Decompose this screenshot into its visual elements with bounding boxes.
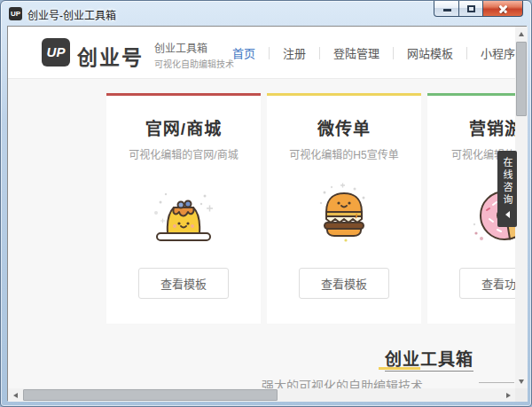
arrow-left-icon xyxy=(505,211,510,218)
nav-item-miniprogram-templates[interactable]: 小程序模板 xyxy=(467,41,515,65)
horizontal-scroll-thumb[interactable] xyxy=(23,389,278,401)
card-title: 微传单 xyxy=(267,115,421,139)
nav-item-site-templates[interactable]: 网站模板 xyxy=(394,41,466,65)
scroll-up-button[interactable] xyxy=(515,27,528,41)
close-icon xyxy=(498,4,508,14)
scroll-right-button[interactable] xyxy=(501,388,515,402)
burger-icon xyxy=(303,175,385,256)
site-header: UP 创业号 创业工具箱 可视化自助编辑技术 首页 注册 登陆管理 网站模板 xyxy=(8,27,515,79)
main-nav: 首页 注册 登陆管理 网站模板 小程序模板 xyxy=(219,27,515,79)
window-title: 创业号-创业工具箱 xyxy=(27,7,116,22)
cards-row: 官网/商城 可视化编辑的官网/商城 xyxy=(106,93,515,324)
vertical-scrollbar[interactable] xyxy=(515,27,528,388)
vertical-scroll-thumb[interactable] xyxy=(516,42,527,116)
card-title: 营销游戏 xyxy=(427,115,515,139)
minimize-icon xyxy=(443,9,451,12)
card-subtitle: 可视化编辑的H5宣传单 xyxy=(267,146,421,161)
page-viewport: UP 创业号 创业工具箱 可视化自助编辑技术 首页 注册 登陆管理 网站模板 xyxy=(8,27,515,388)
card-subtitle: 可视化编辑的官网/商城 xyxy=(106,146,261,161)
card-flyer: 微传单 可视化编辑的H5宣传单 xyxy=(267,93,421,324)
arrow-down-icon xyxy=(519,380,524,384)
scroll-left-button[interactable] xyxy=(8,388,22,402)
page: UP 创业号 创业工具箱 可视化自助编辑技术 首页 注册 登陆管理 网站模板 xyxy=(8,27,515,388)
nav-item-register[interactable]: 注册 xyxy=(270,41,319,65)
section-subheading: 强大的可视化的自助编辑技术 xyxy=(8,376,515,388)
app-window: UP 创业号-创业工具箱 UP 创业号 创业工具箱 xyxy=(0,0,532,407)
arrow-right-icon xyxy=(506,393,511,398)
pudding-icon xyxy=(143,175,224,256)
section-divider xyxy=(479,382,514,383)
nav-item-home[interactable]: 首页 xyxy=(219,41,269,65)
horizontal-scrollbar[interactable] xyxy=(8,388,515,402)
consult-tab-label: 在线咨询 xyxy=(500,157,514,207)
view-templates-button[interactable]: 查看模板 xyxy=(299,268,389,299)
nav-item-login[interactable]: 登陆管理 xyxy=(320,41,393,65)
maximize-button[interactable] xyxy=(459,1,483,17)
brand-logo[interactable]: UP xyxy=(42,38,70,67)
window-controls xyxy=(434,1,523,17)
brand-name: 创业号 xyxy=(77,41,144,71)
heading-accent-bar xyxy=(379,367,420,370)
arrow-left-icon xyxy=(13,393,18,398)
scrollbar-corner xyxy=(515,388,528,402)
window-titlebar[interactable]: UP 创业号-创业工具箱 xyxy=(1,1,531,26)
window-icon: UP xyxy=(9,7,22,20)
browser-content: UP 创业号 创业工具箱 可视化自助编辑技术 首页 注册 登陆管理 网站模板 xyxy=(7,26,527,401)
view-features-button[interactable]: 查看功能 xyxy=(459,268,515,299)
minimize-button[interactable] xyxy=(434,1,459,17)
arrow-up-icon xyxy=(519,32,524,36)
section-heading: 创业工具箱 xyxy=(8,346,515,370)
consult-tab[interactable]: 在线咨询 xyxy=(497,151,517,227)
scroll-down-button[interactable] xyxy=(515,374,528,388)
close-button[interactable] xyxy=(483,1,523,17)
view-templates-button[interactable]: 查看模板 xyxy=(138,268,229,299)
card-website-shop: 官网/商城 可视化编辑的官网/商城 xyxy=(106,93,261,324)
maximize-icon xyxy=(467,5,475,12)
card-title: 官网/商城 xyxy=(106,115,261,139)
